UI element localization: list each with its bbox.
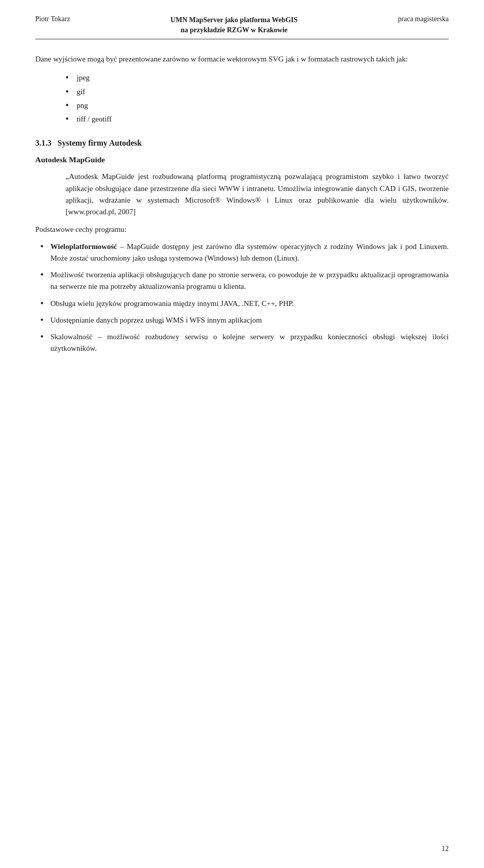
- feature-list: Wieloplatformowość – MapGuide dostępny j…: [35, 241, 449, 355]
- page-header: Piotr Tokarz UMN MapServer jako platform…: [35, 15, 449, 39]
- list-item: gif: [66, 86, 449, 98]
- autodesk-description: „Autodesk MapGuide jest rozbudowaną plat…: [66, 171, 449, 218]
- list-item: jpeg: [66, 72, 449, 84]
- list-item: Możliwość tworzenia aplikacji obsługując…: [35, 269, 449, 293]
- main-content: Dane wyjściowe mogą być prezentowane zar…: [35, 53, 449, 354]
- list-item: Skalowalność – możliwość rozbudowy serwi…: [35, 331, 449, 355]
- list-item: png: [66, 100, 449, 111]
- page: Piotr Tokarz UMN MapServer jako platform…: [0, 0, 484, 868]
- list-item: Wieloplatformowość – MapGuide dostępny j…: [35, 241, 449, 265]
- list-item: Udostępnianie danych poprzez usługi WMS …: [35, 315, 449, 326]
- header-author: Piotr Tokarz: [35, 15, 70, 23]
- page-number: 12: [442, 845, 449, 853]
- list-item: Obsługa wielu języków programowania międ…: [35, 298, 449, 309]
- section-heading: 3.1.3 Systemy firmy Autodesk: [35, 137, 449, 150]
- header-type: praca magisterska: [398, 15, 449, 23]
- raster-formats-list: jpeg gif png tiff / geotiff: [66, 72, 449, 125]
- intro-paragraph: Dane wyjściowe mogą być prezentowane zar…: [35, 53, 449, 65]
- header-title: UMN MapServer jako platforma WebGIS na p…: [170, 15, 297, 35]
- list-item: tiff / geotiff: [66, 113, 449, 125]
- subsection-heading: Autodesk MapGuide: [35, 154, 449, 166]
- features-intro: Podstawowe cechy programu:: [35, 224, 449, 235]
